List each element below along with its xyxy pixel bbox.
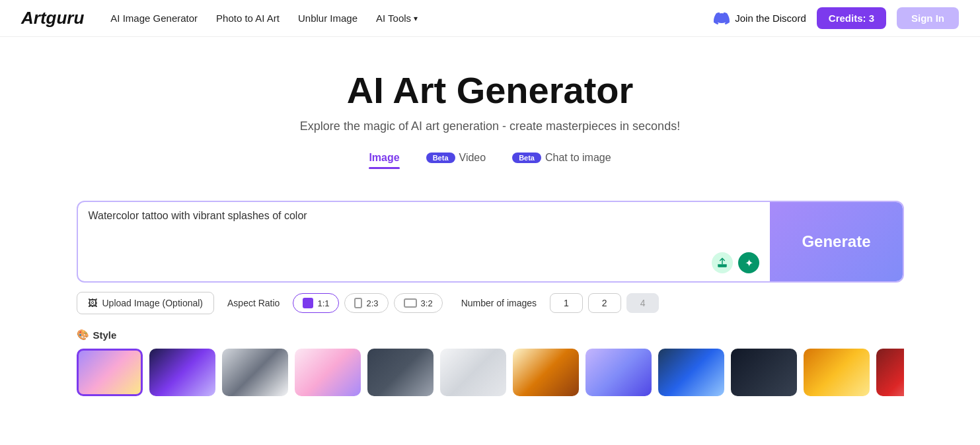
generate-button[interactable]: Generate [770, 202, 902, 281]
discord-link[interactable]: Join the Discord [714, 11, 806, 26]
image-upload-icon[interactable] [712, 252, 733, 273]
discord-icon [714, 11, 730, 26]
chevron-down-icon: ▾ [414, 14, 418, 23]
style-section: 🎨 Style [77, 324, 904, 407]
style-card[interactable] [149, 349, 215, 396]
image-icon: 🖼 [88, 298, 97, 308]
page-title: AI Art Generator [87, 69, 893, 112]
hero: AI Art Generator Explore the magic of AI… [77, 37, 904, 185]
style-card[interactable] [876, 349, 904, 396]
style-card[interactable] [585, 349, 652, 396]
main-container: AI Art Generator Explore the magic of AI… [61, 37, 920, 407]
square-icon [303, 298, 313, 308]
credits-button[interactable]: Credits: 3 [817, 7, 886, 29]
tab-chat-to-image[interactable]: Beta Chat to image [512, 152, 611, 169]
style-card[interactable] [367, 349, 433, 396]
nav-links: AI Image Generator Photo to AI Art Unblu… [110, 13, 693, 24]
style-card[interactable] [222, 349, 288, 396]
nav-photo-to-ai-art[interactable]: Photo to AI Art [216, 13, 280, 24]
aspect-ratio-label: Aspect Ratio [227, 298, 280, 308]
style-card[interactable] [658, 349, 724, 396]
chat-to-image-badge: Beta [512, 153, 541, 163]
portrait-icon [354, 298, 362, 308]
aspect-3-2-button[interactable]: 3:2 [394, 293, 443, 313]
video-badge: Beta [426, 153, 455, 163]
aspect-1-1-button[interactable]: 1:1 [293, 293, 339, 313]
tab-image[interactable]: Image [369, 152, 399, 169]
prompt-icons: ✦ [89, 252, 760, 273]
prompt-textarea-wrap: Watercolor tattoo with vibrant splashes … [78, 202, 771, 281]
nav-unblur-image[interactable]: Unblur Image [298, 13, 358, 24]
style-card[interactable] [731, 349, 797, 396]
magic-wand-icon[interactable]: ✦ [738, 252, 759, 273]
style-card[interactable] [77, 349, 143, 396]
prompt-input[interactable]: Watercolor tattoo with vibrant splashes … [89, 210, 760, 250]
style-grid [77, 349, 904, 401]
upload-label: Upload Image (Optional) [102, 298, 204, 308]
aspect-2-3-button[interactable]: 2:3 [344, 293, 388, 313]
palette-icon: 🎨 [77, 329, 89, 341]
tabs: Image Beta Video Beta Chat to image [87, 152, 893, 169]
tab-video-label: Video [459, 152, 486, 164]
nav-right: Join the Discord Credits: 3 Sign In [714, 7, 959, 29]
num-2-button[interactable]: 2 [588, 293, 621, 313]
num-4-button: 4 [626, 293, 660, 313]
style-card[interactable] [295, 349, 361, 396]
controls-row: 🖼 Upload Image (Optional) Aspect Ratio 1… [77, 283, 904, 324]
signin-button[interactable]: Sign In [897, 7, 959, 29]
style-card[interactable] [804, 349, 870, 396]
nav-ai-image-generator[interactable]: AI Image Generator [110, 13, 198, 24]
style-label: 🎨 Style [77, 329, 904, 341]
navbar: Artguru AI Image Generator Photo to AI A… [0, 0, 980, 37]
aspect-ratio-buttons: 1:1 2:3 3:2 [293, 293, 442, 313]
landscape-icon [404, 298, 417, 308]
discord-label: Join the Discord [735, 13, 806, 24]
style-card[interactable] [440, 349, 506, 396]
num-images-buttons: 1 2 4 [550, 293, 659, 313]
style-card[interactable] [513, 349, 579, 396]
prompt-section: Watercolor tattoo with vibrant splashes … [77, 201, 904, 283]
nav-ai-tools[interactable]: AI Tools ▾ [376, 13, 418, 24]
tab-chat-label: Chat to image [545, 152, 611, 164]
hero-subtitle: Explore the magic of AI art generation -… [87, 120, 893, 133]
upload-image-button[interactable]: 🖼 Upload Image (Optional) [77, 292, 215, 314]
tab-video[interactable]: Beta Video [426, 152, 486, 169]
num-images-label: Number of images [461, 298, 537, 308]
logo[interactable]: Artguru [21, 8, 84, 28]
num-1-button[interactable]: 1 [550, 293, 583, 313]
tab-image-label: Image [369, 152, 399, 164]
